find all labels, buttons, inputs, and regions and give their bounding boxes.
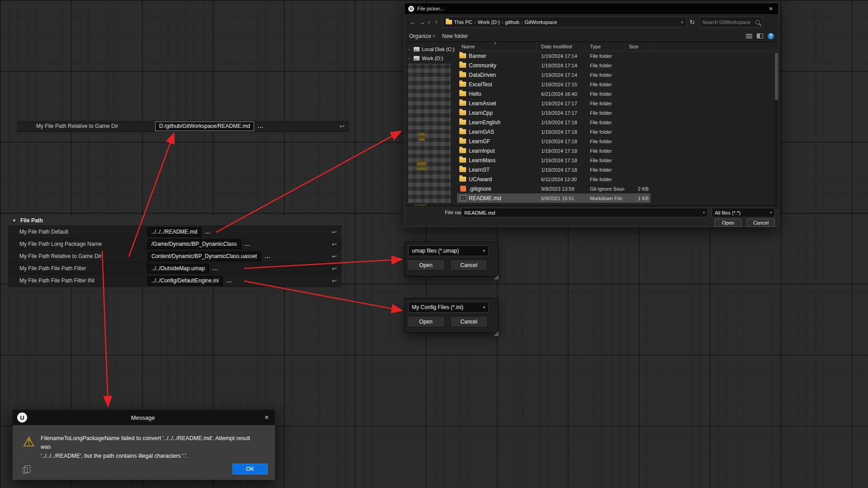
file-row[interactable]: Community 1/19/2024 17:14 File folder	[457, 61, 651, 70]
collapse-triangle-icon[interactable]: ▼	[12, 218, 16, 223]
file-date: 1/19/2024 17:18	[537, 139, 585, 144]
picker-titlebar[interactable]: U File picker... ×	[405, 3, 778, 14]
file-row[interactable]: Banner 1/19/2024 17:14 File folder	[457, 51, 651, 61]
path-value-field[interactable]: Content/Dynamic/BP_DynamicClass.uasset	[147, 252, 261, 261]
file-row-selected[interactable]: ↓ README.md 6/9/2021 15:51 Markdown File…	[457, 193, 651, 203]
file-date: 6/9/2021 15:51	[537, 196, 585, 201]
history-dropdown-icon[interactable]: ∨	[426, 20, 432, 24]
message-titlebar[interactable]: U Message ×	[13, 410, 275, 425]
revert-icon[interactable]: ↩	[332, 229, 337, 235]
help-icon[interactable]: ?	[768, 33, 774, 39]
cancel-button[interactable]: Cancel	[747, 219, 775, 227]
redacted-block	[417, 160, 426, 170]
cancel-button[interactable]: Cancel	[450, 316, 487, 327]
scrollbar[interactable]	[774, 51, 778, 206]
open-button[interactable]: Open	[715, 219, 741, 227]
file-filter-combo[interactable]: My Config Files (*.ini) ▾	[408, 302, 489, 313]
file-name-combo[interactable]: ▾	[461, 208, 708, 217]
revert-icon[interactable]: ↩	[332, 241, 337, 248]
file-row[interactable]: UCAward 6/11/2024 13:30 File folder	[457, 174, 651, 184]
breadcrumb-separator-icon[interactable]: ›	[502, 19, 504, 25]
address-bar[interactable]: This PC › Work (D:) › github › GitWorksp…	[443, 17, 687, 28]
path-value-field[interactable]: ../../../README.md	[147, 227, 201, 237]
column-header-size[interactable]: Size	[624, 42, 651, 51]
breadcrumb-gitworkspace[interactable]: GitWorkspace	[524, 19, 557, 25]
browse-ellipsis-button[interactable]: ...	[205, 229, 211, 235]
file-row[interactable]: LearnGAS 1/19/2024 17:18 File folder	[457, 127, 651, 136]
copy-to-clipboard-icon[interactable]	[23, 467, 28, 474]
back-icon[interactable]: ←	[408, 19, 417, 26]
file-type: File folder	[585, 148, 624, 154]
breadcrumb-this-pc[interactable]: This PC	[454, 19, 472, 25]
path-value-field[interactable]: ../../Config/DefaultEngine.ini	[147, 276, 223, 286]
revert-icon[interactable]: ↩	[332, 277, 337, 284]
file-name: Banner	[469, 53, 537, 59]
forward-icon[interactable]: →	[417, 19, 426, 26]
browse-ellipsis-button[interactable]: ...	[258, 123, 264, 129]
file-row[interactable]: Hello 6/21/2024 16:40 File folder	[457, 89, 651, 99]
new-folder-button[interactable]: New folder	[442, 33, 468, 39]
folder-icon	[459, 167, 466, 172]
up-icon[interactable]: ↑	[432, 19, 441, 26]
file-row[interactable]: .gitignore 9/8/2023 13:59 Git Ignore Sou…	[457, 184, 651, 193]
column-label: Name	[462, 44, 475, 49]
organize-menu[interactable]: Organize ▾	[409, 33, 435, 39]
chevron-down-icon[interactable]: ▾	[703, 211, 705, 215]
folder-icon	[459, 110, 466, 115]
tree-chevron-icon[interactable]: ›	[408, 56, 413, 61]
search-box[interactable]	[699, 17, 763, 28]
file-row[interactable]: DataDriven 1/19/2024 17:14 File folder	[457, 70, 651, 80]
browse-ellipsis-button[interactable]: ...	[212, 265, 218, 272]
folder-icon	[459, 63, 466, 68]
open-button[interactable]: Open	[407, 260, 445, 271]
file-row[interactable]: ExcelTest 1/19/2024 17:15 File folder	[457, 80, 651, 89]
column-header-type[interactable]: Type	[585, 42, 624, 51]
revert-icon[interactable]: ↩	[332, 253, 337, 260]
close-icon[interactable]: ×	[259, 410, 275, 425]
column-header-name[interactable]: Name ∧	[457, 42, 537, 51]
path-value-field[interactable]: D:/github/GitWorkspace/README.md	[155, 122, 254, 131]
resize-grip[interactable]	[495, 332, 498, 336]
file-row[interactable]: LearnST 1/19/2024 17:18 File folder	[457, 165, 651, 174]
revert-icon[interactable]: ↩	[332, 265, 337, 272]
file-filter-combo[interactable]: umap files (*.umap) ▾	[408, 245, 489, 256]
tree-item-local-disk-c[interactable]: › Local Disk (C:)	[405, 45, 457, 54]
search-input[interactable]	[702, 19, 755, 25]
file-name-input[interactable]	[464, 210, 703, 216]
preview-pane-icon[interactable]	[757, 33, 763, 38]
address-dropdown-icon[interactable]: ∨	[680, 20, 684, 24]
file-row[interactable]: LearnAsset 1/19/2024 17:17 File folder	[457, 99, 651, 108]
path-value-field[interactable]: /Game/Dynamic/BP_DynamicClass	[147, 239, 241, 249]
warning-icon: ⚠	[23, 435, 35, 449]
scrollbar-thumb[interactable]	[775, 53, 778, 100]
revert-icon[interactable]: ↩	[340, 123, 344, 130]
file-row[interactable]: LearnGF 1/19/2024 17:18 File folder	[457, 136, 651, 146]
browse-ellipsis-button[interactable]: ...	[226, 277, 232, 284]
file-row[interactable]: LearnInput 1/19/2024 17:18 File folder	[457, 146, 651, 155]
close-icon[interactable]: ×	[763, 3, 778, 14]
search-icon	[755, 20, 760, 24]
view-list-icon[interactable]	[746, 33, 752, 38]
file-row[interactable]: LearnEnglish 1/19/2024 17:18 File folder	[457, 117, 651, 127]
file-row[interactable]: LearnCpp 1/19/2024 17:17 File folder	[457, 108, 651, 117]
breadcrumb-separator-icon[interactable]: ›	[474, 19, 476, 25]
tree-item-work-d[interactable]: › Work (D:)	[405, 54, 457, 63]
open-button[interactable]: Open	[407, 316, 445, 327]
browse-ellipsis-button[interactable]: ...	[245, 241, 250, 247]
file-row[interactable]: LearnMass 1/19/2024 17:18 File folder	[457, 155, 651, 165]
property-label: My File Path File Path Filter	[8, 265, 147, 272]
browse-ellipsis-button[interactable]: ...	[264, 253, 270, 259]
refresh-icon[interactable]: ↻	[687, 19, 698, 26]
breadcrumb-github[interactable]: github	[505, 19, 519, 25]
column-header-date-modified[interactable]: Date modified	[537, 42, 585, 51]
cancel-button[interactable]: Cancel	[450, 260, 487, 271]
resize-grip[interactable]	[495, 276, 498, 279]
ok-button[interactable]: OK	[232, 464, 268, 474]
folder-icon	[459, 53, 466, 58]
file-type-combo[interactable]: All files (*.*) ▾	[712, 208, 775, 217]
breadcrumb-work-d[interactable]: Work (D:)	[478, 19, 500, 25]
path-value-field[interactable]: ../../OutsideMap.umap	[147, 264, 209, 273]
file-path-section-header[interactable]: ▼ File Path	[8, 216, 341, 226]
breadcrumb-separator-icon[interactable]: ›	[521, 19, 523, 25]
tree-chevron-icon[interactable]: ›	[408, 47, 413, 52]
